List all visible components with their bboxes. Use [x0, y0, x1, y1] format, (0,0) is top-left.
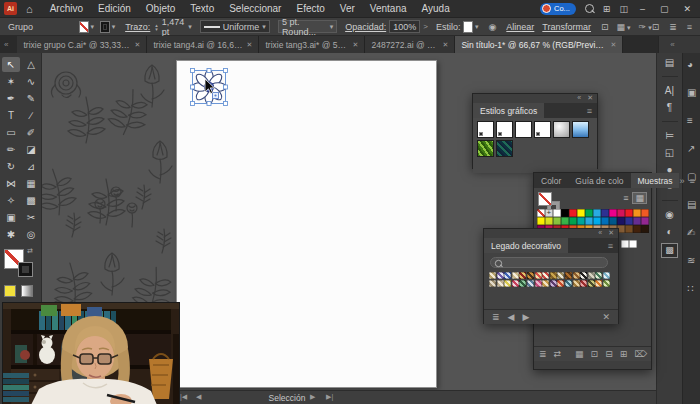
align-link[interactable]: Alinear — [506, 22, 534, 32]
menu-lines-icon[interactable]: ≡ — [687, 115, 693, 126]
isolate-icon[interactable]: ⊡ — [601, 22, 609, 32]
transform-link[interactable]: Transformar — [542, 22, 591, 32]
swatch[interactable] — [633, 225, 641, 233]
pattern-swatch[interactable] — [527, 280, 534, 287]
document-tab[interactable]: trixie tang4.ai @ 16,67 % (RGB/...✕ — [147, 36, 259, 53]
dock-collapse-icon[interactable]: « — [670, 40, 674, 49]
paragraph-icon[interactable]: ¶ — [667, 102, 672, 113]
next-artboard-icon[interactable]: ▶ — [310, 393, 315, 401]
panel-options-icon[interactable]: ≡ — [687, 22, 692, 32]
tab-close-icon[interactable]: ✕ — [135, 41, 141, 49]
properties-icon[interactable]: ≋ — [687, 255, 695, 266]
export-icon[interactable]: ↗ — [687, 143, 695, 154]
lasso-tool[interactable]: ∿ — [22, 74, 40, 89]
menu-efecto[interactable]: Efecto — [296, 3, 324, 14]
user-account-button[interactable]: Co... — [540, 3, 576, 15]
prev-library-icon[interactable]: ◀ — [508, 312, 515, 322]
tab-close-icon[interactable]: ✕ — [611, 41, 617, 49]
3d-materials-icon[interactable]: ◉ — [665, 209, 674, 220]
width-tool[interactable]: ⋈ — [2, 176, 20, 191]
swatch[interactable] — [585, 209, 593, 217]
pattern-swatch[interactable] — [535, 272, 542, 279]
swatch[interactable] — [537, 209, 545, 217]
fill-indicator-swatch[interactable] — [538, 192, 552, 206]
style-gray-gradient[interactable] — [553, 121, 570, 138]
pattern-swatch[interactable] — [603, 272, 610, 279]
style-blue-gradient[interactable] — [572, 121, 589, 138]
pattern-swatch[interactable] — [504, 272, 511, 279]
grid-view-icon[interactable]: ▦ — [632, 192, 647, 204]
panel-collapse-icon[interactable]: « — [598, 229, 602, 237]
swatch[interactable] — [561, 217, 569, 225]
swatch[interactable] — [641, 225, 649, 233]
curvature-tool[interactable]: ✎ — [22, 91, 40, 106]
artboard-tool[interactable]: ▣ — [2, 210, 20, 225]
fill-color-swatch[interactable] — [79, 21, 89, 33]
pattern-swatch[interactable] — [565, 280, 572, 287]
swatch[interactable] — [633, 209, 641, 217]
opacity-input[interactable]: 100% — [389, 20, 420, 33]
brush-select[interactable]: 5 pt. Round... ▾ — [278, 20, 337, 33]
panel-collapse-icon[interactable]: « — [577, 94, 581, 102]
menu-ver[interactable]: Ver — [340, 3, 355, 14]
hand-tool[interactable]: ✱ — [2, 227, 20, 242]
color-panel-icon[interactable]: ▣ — [687, 87, 696, 98]
next-library-icon[interactable]: ▶ — [522, 312, 529, 322]
first-artboard-icon[interactable]: |◀ — [180, 393, 187, 401]
swap-fill-stroke-icon[interactable]: ⇄ — [27, 247, 33, 255]
menu-archivo[interactable]: Archivo — [50, 3, 83, 14]
pattern-swatch[interactable] — [557, 280, 564, 287]
panel-menu-icon[interactable]: ≡ — [587, 106, 592, 116]
pattern-swatch[interactable] — [497, 280, 504, 287]
pattern-swatch[interactable] — [550, 280, 557, 287]
swatch[interactable] — [629, 240, 637, 248]
swatch[interactable] — [617, 217, 625, 225]
touch-workspace-icon[interactable]: ⊡ — [652, 22, 660, 32]
style-green-texture[interactable] — [477, 140, 494, 157]
swatch[interactable] — [625, 225, 633, 233]
delete-swatch-icon[interactable]: ⌦ — [634, 349, 647, 359]
panel-drag-strip[interactable]: « ✕ — [484, 229, 618, 238]
swatch[interactable] — [537, 217, 545, 225]
prev-artboard-icon[interactable]: ◀ — [196, 393, 201, 401]
last-artboard-icon[interactable]: ▶| — [326, 393, 333, 401]
style-default[interactable] — [477, 121, 494, 138]
swatch[interactable] — [577, 209, 585, 217]
style-white-3[interactable] — [515, 121, 532, 138]
stroke-color-swatch[interactable] — [100, 21, 110, 33]
menu-ventana[interactable]: Ventana — [370, 3, 407, 14]
menu-seleccionar[interactable]: Seleccionar — [229, 3, 281, 14]
rectangle-tool[interactable]: ▭ — [2, 125, 20, 140]
swatch[interactable] — [617, 209, 625, 217]
stroke-panel-link[interactable]: Trazo: — [125, 22, 150, 32]
rotate-tool[interactable]: ↻ — [2, 159, 20, 174]
quick-actions-icon[interactable]: ✑▾ — [639, 22, 652, 32]
document-tab[interactable]: trixie grupo C.ai* @ 33,33 % (R...✕ — [17, 36, 147, 53]
close-button[interactable]: ✕ — [680, 4, 694, 14]
restore-button[interactable]: ▢ — [657, 4, 672, 14]
panel-collapse-icon[interactable]: » — [679, 176, 684, 186]
panel-close-icon[interactable]: ✕ — [587, 94, 593, 102]
pattern-libraries-icon[interactable]: ≣ — [492, 312, 500, 322]
swatch[interactable] — [561, 209, 569, 217]
stroke-weight-value[interactable]: 1,474 pt — [162, 17, 187, 37]
document-tab[interactable]: Sin título-1* @ 66,67 % (RGB/Previsualiz… — [455, 36, 623, 53]
tab-close-icon[interactable]: ✕ — [443, 41, 449, 49]
document-info-icon[interactable]: ▤ — [687, 199, 696, 210]
scale-tool[interactable]: ⊿ — [22, 159, 40, 174]
flower-artwork[interactable] — [188, 66, 232, 110]
eraser-tool[interactable]: ◪ — [22, 142, 40, 157]
swatch[interactable] — [577, 217, 585, 225]
swatch-import-icon[interactable]: ⇄ — [554, 349, 562, 359]
swatch[interactable] — [593, 217, 601, 225]
workspace-switcher-icon[interactable]: ◫ — [619, 4, 628, 14]
swatch[interactable] — [609, 217, 617, 225]
swatch[interactable] — [621, 240, 629, 248]
character-icon[interactable]: A| — [665, 85, 674, 96]
home-icon[interactable]: ⌂ — [26, 3, 33, 15]
swatch-kinds-icon[interactable]: ▦ — [575, 349, 584, 359]
paintbrush-tool[interactable]: ✐ — [22, 125, 40, 140]
tab-color[interactable]: Color — [534, 173, 568, 188]
tab-close-icon[interactable]: ✕ — [247, 41, 253, 49]
new-color-group-icon[interactable]: ⊟ — [605, 349, 613, 359]
